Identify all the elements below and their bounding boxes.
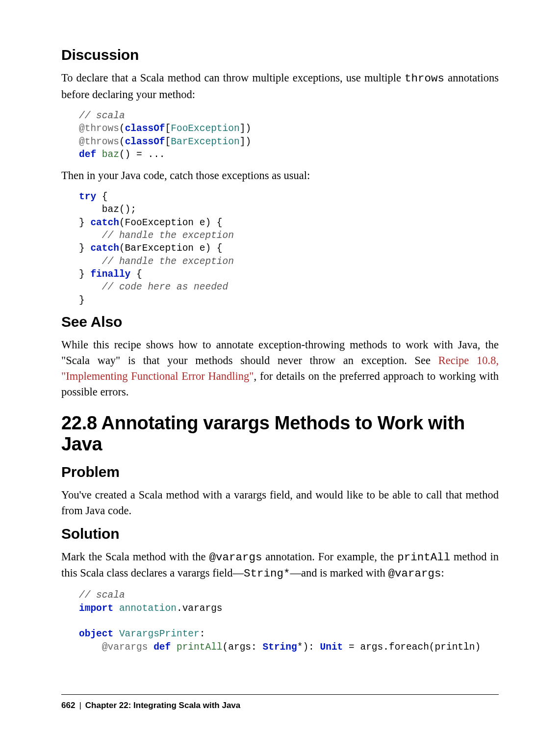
text: annotation. For example, the — [262, 551, 397, 563]
paragraph: Mark the Scala method with the @varargs … — [61, 549, 499, 582]
paragraph: You've created a Scala method with a var… — [61, 487, 499, 519]
code-text: (FooException e) { — [119, 217, 223, 228]
inline-code: throws — [405, 72, 444, 85]
code-function: printAll — [177, 642, 223, 653]
code-keyword: import — [79, 603, 113, 614]
code-text: ]) — [240, 136, 251, 147]
code-annotation: @throws — [79, 136, 119, 147]
heading-see-also: See Also — [61, 314, 499, 330]
heading-discussion: Discussion — [61, 47, 499, 63]
code-text: () = ... — [119, 149, 165, 160]
code-type: VarargsPrinter — [119, 629, 200, 639]
text: —and is marked with — [290, 567, 388, 579]
code-keyword: finally — [90, 269, 130, 280]
page-footer: 662|Chapter 22: Integrating Scala with J… — [61, 701, 240, 710]
code-text: ( — [119, 136, 125, 147]
code-text: ( — [119, 123, 125, 134]
text: While this recipe shows how to annotate … — [61, 339, 499, 367]
code-annotation: @varargs — [79, 642, 153, 653]
code-keyword: classOf — [125, 123, 165, 134]
code-comment: // handle the exception — [79, 230, 234, 241]
footer-separator: | — [75, 701, 85, 710]
code-block-java-trycatch: try { baz(); } catch(FooException e) { /… — [79, 190, 499, 307]
inline-code: @varargs — [209, 551, 262, 564]
paragraph: To declare that a Scala method can throw… — [61, 70, 499, 103]
code-comment: // scala — [79, 590, 125, 601]
code-text — [171, 642, 177, 653]
code-keyword: Unit — [320, 642, 343, 653]
code-text: ]) — [240, 123, 251, 134]
code-keyword: classOf — [125, 136, 165, 147]
inline-code: printAll — [397, 551, 450, 564]
heading-recipe-title: 22.8 Annotating varargs Methods to Work … — [61, 413, 499, 455]
code-annotation: @throws — [79, 123, 119, 134]
code-text: } — [79, 217, 90, 228]
inline-code: @varargs — [388, 567, 441, 580]
code-keyword: String — [262, 642, 297, 653]
code-keyword: def — [79, 149, 96, 160]
code-type: BarException — [171, 136, 239, 147]
code-text — [113, 629, 119, 639]
page-number: 662 — [61, 701, 75, 710]
footer-rule — [61, 694, 499, 695]
code-text: [ — [165, 123, 171, 134]
code-block-scala-varargs: // scala import annotation.varargs objec… — [79, 589, 499, 654]
code-text: (args: — [223, 642, 263, 653]
code-text: baz(); — [79, 204, 136, 215]
code-text: (BarException e) { — [119, 243, 223, 254]
heading-problem: Problem — [61, 464, 499, 480]
code-text — [96, 149, 102, 160]
code-text: .varargs — [177, 603, 223, 614]
code-text: { — [130, 269, 142, 280]
code-keyword: object — [79, 629, 113, 639]
chapter-title: Chapter 22: Integrating Scala with Java — [85, 701, 240, 710]
code-function: baz — [102, 149, 119, 160]
text: Mark the Scala method with the — [61, 551, 209, 563]
code-text: [ — [165, 136, 171, 147]
code-comment: // code here as needed — [79, 282, 228, 292]
code-text: *): — [297, 642, 320, 653]
paragraph: Then in your Java code, catch those exce… — [61, 168, 499, 184]
code-keyword: catch — [90, 243, 119, 254]
code-text: } — [79, 295, 85, 306]
code-type: FooException — [171, 123, 239, 134]
heading-solution: Solution — [61, 526, 499, 542]
inline-code: String* — [244, 567, 290, 580]
code-block-scala-throws: // scala @throws(classOf[FooException]) … — [79, 109, 499, 161]
code-keyword: try — [79, 191, 96, 202]
text: To declare that a Scala method can throw… — [61, 72, 405, 84]
code-type: annotation — [119, 603, 177, 614]
code-text: { — [96, 191, 107, 202]
paragraph: While this recipe shows how to annotate … — [61, 337, 499, 400]
page: Discussion To declare that a Scala metho… — [0, 0, 560, 736]
text: : — [441, 567, 444, 579]
code-text: } — [79, 243, 90, 254]
code-text: : — [200, 629, 205, 639]
code-keyword: catch — [90, 217, 119, 228]
code-comment: // handle the exception — [79, 256, 234, 267]
code-text: } — [79, 269, 90, 280]
code-text: = args.foreach(println) — [343, 642, 481, 653]
code-text — [113, 603, 119, 614]
code-keyword: def — [153, 642, 171, 653]
code-comment: // scala — [79, 110, 125, 121]
